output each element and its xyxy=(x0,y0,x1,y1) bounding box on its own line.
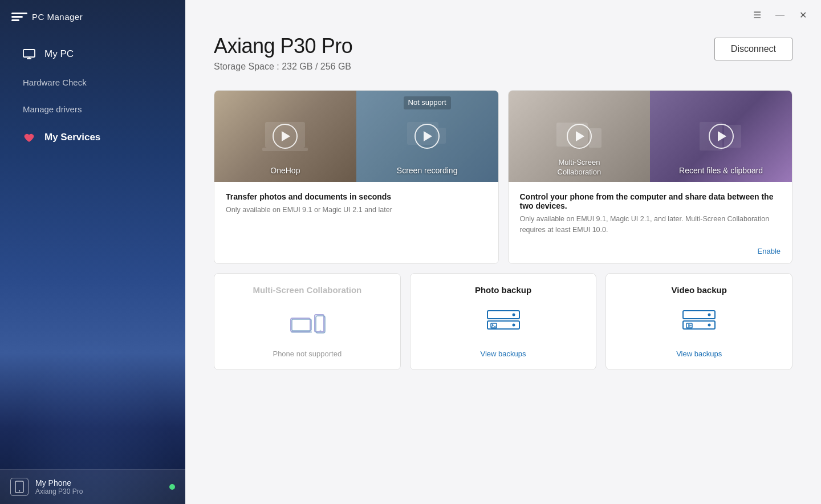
play-triangle-icon xyxy=(282,131,290,141)
photo-backup-icon xyxy=(485,306,522,340)
card-thumb-multi-screen[interactable]: Multi-ScreenCollaboration xyxy=(509,91,651,182)
svg-rect-13 xyxy=(292,319,311,331)
minimize-button[interactable]: — xyxy=(774,9,786,21)
recent-files-play-btn[interactable] xyxy=(709,124,734,149)
sidebar-item-my-services[interactable]: My Services xyxy=(6,123,180,152)
footer-phone-label: My Phone xyxy=(35,478,162,487)
sidebar-item-manage-drivers[interactable]: Manage drivers xyxy=(6,96,180,122)
phone-device-icon xyxy=(314,314,324,332)
card-desc-transfer: Transfer photos and documents in seconds… xyxy=(214,182,498,227)
sidebar-item-hardware-check-label: Hardware Check xyxy=(23,78,87,87)
sidebar-item-my-pc[interactable]: My PC xyxy=(6,40,180,68)
onehop-bg: OneHop xyxy=(214,91,356,182)
transfer-desc-subtitle: Only available on EMUI 9.1 or Magic UI 2… xyxy=(226,205,487,216)
svg-rect-20 xyxy=(491,323,497,328)
disconnect-button[interactable]: Disconnect xyxy=(714,38,792,60)
card-desc-collab: Control your phone from the computer and… xyxy=(509,182,792,247)
device-header: Axiang P30 Pro Storage Space : 232 GB / … xyxy=(214,34,792,72)
video-backup-link[interactable]: View backups xyxy=(676,349,722,358)
main-content: ☰ — ✕ Axiang P30 Pro Storage Space : 232… xyxy=(185,0,821,504)
screen-recording-bg: Not support Screen recording xyxy=(356,91,498,182)
sidebar-header: PC Manager xyxy=(0,0,185,33)
bottom-cards-row: Multi-Screen Collaboration xyxy=(214,273,792,370)
svg-point-4 xyxy=(19,490,20,491)
svg-point-28 xyxy=(708,323,711,326)
online-status-dot xyxy=(169,484,175,490)
svg-point-22 xyxy=(512,323,515,326)
card-thumb-onehop[interactable]: OneHop xyxy=(214,91,356,182)
recent-files-label: Recent files & clipboard xyxy=(650,166,792,175)
multi-screen-card-title: Multi-Screen Collaboration xyxy=(253,285,361,295)
transfer-desc-title: Transfer photos and documents in seconds xyxy=(226,192,487,201)
feature-cards-row: OneHop Not support xyxy=(214,90,792,264)
multi-screen-bg: Multi-ScreenCollaboration xyxy=(509,91,651,182)
svg-point-16 xyxy=(319,330,321,331)
titlebar: ☰ — ✕ xyxy=(739,0,821,30)
photo-backup-link[interactable]: View backups xyxy=(481,349,526,358)
close-button[interactable]: ✕ xyxy=(797,9,808,21)
logo-icon xyxy=(11,10,27,23)
photo-backup-title: Photo backup xyxy=(475,285,531,295)
sidebar-nav: My PC Hardware Check Manage drivers My S… xyxy=(0,33,185,469)
onehop-label: OneHop xyxy=(214,166,356,175)
onehop-play-btn[interactable] xyxy=(273,124,298,149)
sidebar-footer: My Phone Axiang P30 Pro xyxy=(0,469,185,504)
collab-desc-title: Control your phone from the computer and… xyxy=(520,192,781,210)
card-images-transfer: OneHop Not support xyxy=(214,91,498,182)
service-card-multi-screen: Multi-Screen Collaboration xyxy=(214,273,401,370)
collab-desc-subtitle: Only available on EMUI 9.1, Magic UI 2.1… xyxy=(520,214,781,235)
heart-icon xyxy=(23,131,35,144)
svg-rect-14 xyxy=(291,331,312,333)
card-thumb-recent-files[interactable]: Recent files & clipboard xyxy=(650,91,792,182)
play-triangle-multi-icon xyxy=(576,131,584,141)
enable-link[interactable]: Enable xyxy=(509,247,792,263)
content-area: Axiang P30 Pro Storage Space : 232 GB / … xyxy=(185,0,821,504)
video-backup-title: Video backup xyxy=(672,285,727,295)
svg-marker-27 xyxy=(688,324,692,327)
play-triangle-recent-icon xyxy=(718,131,726,141)
app-title: PC Manager xyxy=(32,12,83,22)
video-backup-icon xyxy=(681,306,717,340)
monitor-icon xyxy=(23,48,35,60)
card-images-collab: Multi-ScreenCollaboration xyxy=(509,91,792,182)
service-card-video-backup: Video backup View backups xyxy=(605,273,792,370)
phone-icon xyxy=(10,478,29,496)
laptop-device-icon xyxy=(290,318,311,332)
storage-info: Storage Space : 232 GB / 256 GB xyxy=(214,62,352,72)
phone-not-supported-text: Phone not supported xyxy=(273,349,342,358)
play-triangle-screen-icon xyxy=(424,131,432,141)
not-support-text: Not support xyxy=(404,96,451,109)
device-name: Axiang P30 Pro xyxy=(214,34,352,58)
device-info: Axiang P30 Pro Storage Space : 232 GB / … xyxy=(214,34,352,72)
svg-point-24 xyxy=(708,313,711,316)
footer-device-info: My Phone Axiang P30 Pro xyxy=(35,478,162,495)
screen-recording-play-btn[interactable] xyxy=(414,124,440,149)
app-logo: PC Manager xyxy=(11,10,83,23)
menu-button[interactable]: ☰ xyxy=(751,9,763,21)
svg-rect-0 xyxy=(23,50,35,57)
svg-point-18 xyxy=(512,313,515,316)
multi-screen-card-icon xyxy=(290,306,324,340)
service-card-photo-backup: Photo backup View backups xyxy=(410,273,597,370)
recent-files-bg: Recent files & clipboard xyxy=(650,91,792,182)
feature-group-transfer: OneHop Not support xyxy=(214,90,499,264)
screen-recording-label: Screen recording xyxy=(356,166,498,175)
sidebar-item-my-services-label: My Services xyxy=(44,132,100,143)
multiscreen-devices-icon xyxy=(290,314,324,332)
sidebar-item-my-pc-label: My PC xyxy=(44,48,74,60)
feature-group-collaboration: Multi-ScreenCollaboration xyxy=(508,90,793,264)
multi-screen-play-btn[interactable] xyxy=(567,124,592,149)
sidebar: PC Manager My PC Hardware Check Manage d… xyxy=(0,0,185,504)
sidebar-item-manage-drivers-label: Manage drivers xyxy=(23,104,82,114)
card-thumb-screen-recording[interactable]: Not support Screen recording xyxy=(356,91,498,182)
multi-screen-label: Multi-ScreenCollaboration xyxy=(509,158,651,177)
sidebar-item-hardware-check[interactable]: Hardware Check xyxy=(6,70,180,95)
footer-device-model: Axiang P30 Pro xyxy=(35,487,162,495)
